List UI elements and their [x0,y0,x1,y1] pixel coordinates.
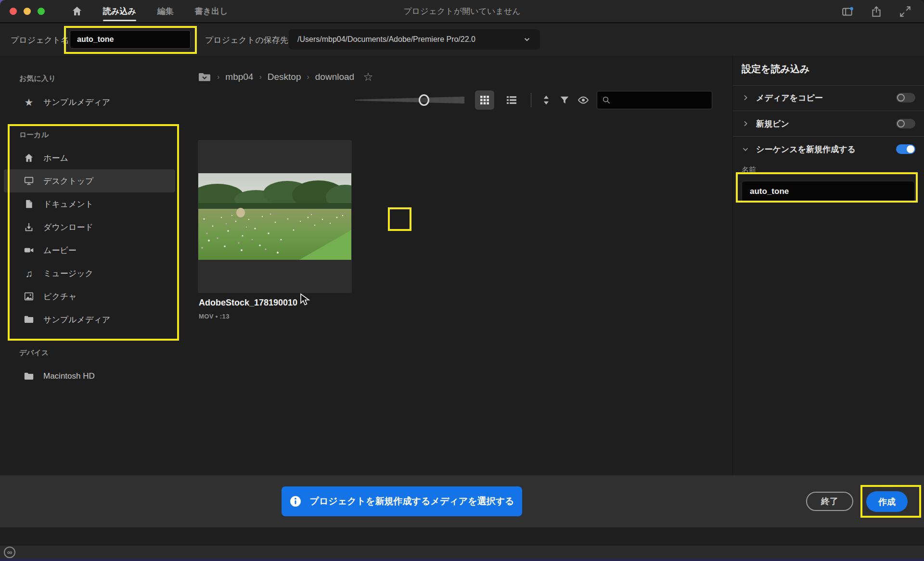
chevron-right-icon[interactable] [742,94,749,102]
new-bin-toggle[interactable] [896,119,915,128]
sidebar-item-label: サンプルメディア [43,314,110,325]
home-icon [23,153,35,163]
sidebar-item-desktop[interactable]: デスクトップ [4,169,175,192]
sidebar-item-label: ホーム [43,153,68,164]
sidebar-item-label: ムービー [43,245,77,256]
thumbnail-zoom-slider[interactable] [355,94,464,106]
folder-icon [23,314,35,325]
slider-track [355,96,464,104]
sidebar-item-sample-media-favorite[interactable]: ★ サンプルメディア [4,90,175,114]
sidebar-item-label: デスクトップ [43,176,93,187]
sidebar-item-sample-media[interactable]: サンプルメディア [4,308,175,331]
toggle-knob [897,120,905,128]
create-button[interactable]: 作成 [866,491,908,512]
sidebar-item-music[interactable]: ♫ ミュージック [4,262,175,285]
setting-row-new-sequence[interactable]: シーケンスを新規作成する [742,142,915,156]
favorite-star-icon[interactable]: ☆ [363,70,373,84]
tab-export[interactable]: 書き出し [195,0,228,23]
project-location-dropdown[interactable]: /Users/mbp04/Documents/Adobe/Premiere Pr… [289,29,540,50]
toolbar-divider [531,93,531,107]
local-list: ホーム デスクトップ ドキュメント ダウンロード [0,146,179,331]
minimize-window-button[interactable] [24,8,31,15]
creative-cloud-icon[interactable]: ∞ [4,547,15,558]
picture-icon [23,291,35,302]
sidebar-item-movies[interactable]: ムービー [4,239,175,262]
setting-label: シーケンスを新規作成する [756,144,856,155]
devices-header: デバイス [0,348,179,357]
project-settings-bar: プロジェクト名 プロジェクトの保存先 /Users/mbp04/Document… [0,24,924,56]
star-icon: ★ [23,97,35,107]
sidebar-item-pictures[interactable]: ピクチャ [4,285,175,308]
chevron-down-icon[interactable] [742,145,749,153]
media-thumbnail [198,173,351,260]
sidebar-item-documents[interactable]: ドキュメント [4,192,175,216]
sidebar-item-label: ダウンロード [43,222,93,233]
search-icon [602,96,611,104]
breadcrumb: › mbp04 › Desktop › download ☆ [198,70,373,84]
setting-row-copy-media[interactable]: メディアをコピー [742,90,915,105]
workspace-icon[interactable] [841,5,854,18]
chevron-right-icon[interactable] [742,120,749,128]
search-box[interactable] [597,91,712,109]
eye-icon[interactable] [578,94,589,106]
search-input[interactable] [615,96,710,104]
breadcrumb-item-download[interactable]: download [315,72,354,82]
breadcrumb-folder-icon[interactable] [198,71,211,83]
tab-edit[interactable]: 編集 [157,0,174,23]
banner-label: プロジェクトを新規作成するメディアを選択する [309,495,514,508]
setting-row-new-bin[interactable]: 新規ビン [742,116,915,131]
breadcrumb-separator: › [307,73,309,81]
sidebar-item-label: Macintosh HD [43,371,95,381]
breadcrumb-separator: › [259,73,261,81]
footer-action-bar: プロジェクトを新規作成するメディアを選択する 終了 作成 [0,475,924,527]
media-tile[interactable] [198,140,352,293]
share-icon[interactable] [870,5,883,18]
filter-icon[interactable] [559,95,570,105]
premiere-import-window: 読み込み 編集 書き出し プロジェクトが開いていません プロジェクト名 プロジェ… [0,0,924,561]
sequence-name-label: 名前 [742,166,756,175]
close-window-button[interactable] [10,8,17,15]
select-media-banner: プロジェクトを新規作成するメディアを選択する [282,486,522,516]
status-bar: ∞ [0,545,924,559]
drive-folder-icon [23,371,35,382]
annotation-tile-checkbox [388,207,411,231]
list-view-button[interactable] [502,90,521,110]
media-tile-name: AdobeStock_178190010 [199,298,297,308]
breadcrumb-item-mbp04[interactable]: mbp04 [225,72,253,82]
sidebar-item-home[interactable]: ホーム [4,146,175,169]
sidebar-item-downloads[interactable]: ダウンロード [4,216,175,239]
sidebar-item-macintosh-hd[interactable]: Macintosh HD [4,365,175,388]
project-location-value: /Users/mbp04/Documents/Adobe/Premiere Pr… [297,35,475,44]
copy-media-toggle[interactable] [896,93,915,102]
document-icon [23,199,35,209]
display-icon [23,176,35,186]
panel-divider [733,85,924,86]
tab-import[interactable]: 読み込み [103,0,136,23]
breadcrumb-separator: › [217,73,219,81]
grid-view-icon [480,95,489,105]
setting-label: メディアをコピー [756,92,823,103]
zoom-window-button[interactable] [38,8,45,15]
home-icon [71,5,83,17]
import-settings-panel: 設定を読み込み メディアをコピー 新規ビン シーケンスを新規作成する 名前 [732,56,924,475]
desktop-edge [0,559,924,561]
quit-button[interactable]: 終了 [806,492,853,511]
sequence-name-input[interactable] [742,181,915,202]
movie-camera-icon [23,245,35,255]
fullscreen-icon[interactable] [899,5,911,18]
slider-knob[interactable] [419,94,429,106]
new-sequence-toggle[interactable] [896,144,915,154]
toggle-knob [897,94,905,102]
import-settings-header: 設定を読み込み [742,63,809,76]
mouse-cursor [299,293,311,306]
home-button[interactable] [71,5,83,17]
project-name-input[interactable] [70,30,191,49]
breadcrumb-item-desktop[interactable]: Desktop [268,72,301,82]
grid-view-button[interactable] [475,90,494,110]
project-location-label: プロジェクトの保存先 [205,35,288,46]
media-browser: › mbp04 › Desktop › download ☆ [179,56,732,475]
project-status-text: プロジェクトが開いていません [403,6,520,17]
browser-toolbar [355,90,712,110]
local-header: ローカル [0,130,179,140]
sort-icon[interactable] [541,94,552,106]
